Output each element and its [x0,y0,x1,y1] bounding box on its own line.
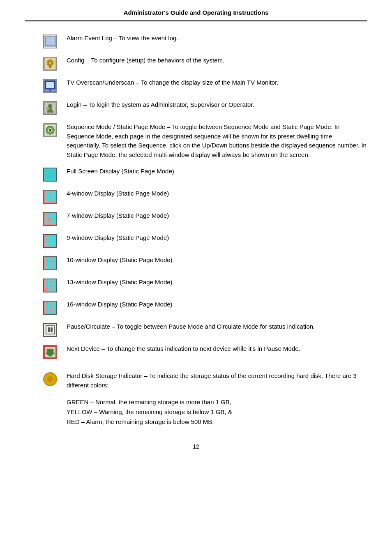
page-number: 12 [193,443,199,450]
svg-point-7 [48,61,52,64]
hdd-detail-block: GREEN – Normal, the remaining storage is… [41,397,367,427]
list-item: Config – To configure (setup) the behavi… [41,56,367,71]
list-item: Pause/Circulate – To toggle between Paus… [41,322,367,337]
alarm-icon [43,35,57,48]
list-item: 10-window Display (Static Page Mode) [41,256,367,270]
config-text: Config – To configure (setup) the behavi… [67,56,367,65]
7win-icon-container [41,211,59,226]
fullscreen-icon [43,168,57,182]
fullscreen-icon-container [41,167,59,182]
9win-icon [43,234,57,248]
pause-circulate-icon [43,323,57,337]
list-item: 4-window Display (Static Page Mode) [41,189,367,204]
svg-rect-16 [50,108,51,109]
7win-text: 7-window Display (Static Page Mode) [67,211,367,221]
login-text: Login – To login the system as Administr… [67,100,367,110]
list-item: 9-window Display (Static Page Mode) [41,233,367,248]
13win-icon-container [41,278,59,292]
list-item: Full Screen Display (Static Page Mode) [41,167,367,182]
page-header: Administrator's Guide and Operating Inst… [25,0,367,21]
svg-rect-17 [51,108,52,109]
alarm-event-log-text: Alarm Event Log – To view the event log. [67,34,367,43]
16win-icon-container [41,300,59,315]
svg-rect-3 [48,43,51,44]
sequence-mode-text: Sequence Mode / Static Page Mode – To to… [67,122,367,159]
tv-overscan-icon [43,79,57,93]
10win-icon [43,256,57,270]
hdd-inner [47,376,53,382]
svg-rect-22 [48,327,50,332]
16win-icon [43,301,57,315]
svg-rect-4 [51,43,53,44]
svg-rect-8 [49,66,51,68]
tv-overscan-icon-container [41,78,59,93]
sequence-mode-icon [43,123,57,137]
9win-text: 9-window Display (Static Page Mode) [67,233,367,243]
list-item: 16-window Display (Static Page Mode) [41,300,367,315]
13win-icon [43,279,57,292]
spacer [41,366,367,371]
next-device-icon-container [41,344,59,359]
page-title: Administrator's Guide and Operating Inst… [124,9,269,16]
list-item: Next Device – To change the status indic… [41,344,367,359]
list-item: Alarm Event Log – To view the event log. [41,34,367,48]
page-footer: 12 [25,443,367,450]
4win-text: 4-window Display (Static Page Mode) [67,189,367,198]
next-device-icon [43,345,57,359]
page: Administrator's Guide and Operating Inst… [0,0,392,555]
content-area: Alarm Event Log – To view the event log.… [25,34,367,427]
hdd-main-text: Hard Disk Storage Indicator – To indicat… [67,372,357,389]
config-icon-container [41,56,59,71]
hdd-icon [43,372,57,386]
list-item: 13-window Display (Static Page Mode) [41,278,367,292]
svg-rect-23 [51,327,53,332]
svg-rect-0 [45,36,55,47]
config-icon [43,57,57,71]
svg-point-14 [48,104,52,108]
login-icon-container [41,100,59,115]
9win-icon-container [41,233,59,248]
13win-text: 13-window Display (Static Page Mode) [67,278,367,287]
list-item: Login – To login the system as Administr… [41,100,367,115]
fullscreen-text: Full Screen Display (Static Page Mode) [67,167,367,176]
10win-icon-container [41,256,59,270]
next-device-text: Next Device – To change the status indic… [67,344,367,354]
16win-text: 16-window Display (Static Page Mode) [67,300,367,309]
tv-overscan-text: TV Overscan/Underscan – To change the di… [67,78,367,88]
4win-icon [43,190,57,204]
4win-icon-container [41,189,59,204]
list-item: Sequence Mode / Static Page Mode – To to… [41,122,367,159]
list-item: Hard Disk Storage Indicator – To indicat… [41,371,367,390]
svg-point-21 [49,129,51,131]
pause-circulate-text: Pause/Circulate – To toggle between Paus… [67,322,367,332]
list-item: 7-window Display (Static Page Mode) [41,211,367,226]
hdd-text: Hard Disk Storage Indicator – To indicat… [67,371,367,390]
pause-inner [46,325,55,334]
pause-circulate-icon-container [41,322,59,337]
list-item: TV Overscan/Underscan – To change the di… [41,78,367,93]
alarm-event-log-icon [41,34,59,48]
hdd-icon-container [41,371,59,386]
svg-rect-2 [46,43,48,44]
svg-rect-11 [46,82,54,88]
10win-text: 10-window Display (Static Page Mode) [67,256,367,265]
svg-rect-12 [49,89,51,91]
7win-icon [43,212,57,226]
sequence-mode-icon-container [41,122,59,137]
svg-rect-1 [46,37,55,43]
hdd-detail-text: GREEN – Normal, the remaining storage is… [67,398,232,425]
login-icon [43,101,57,115]
